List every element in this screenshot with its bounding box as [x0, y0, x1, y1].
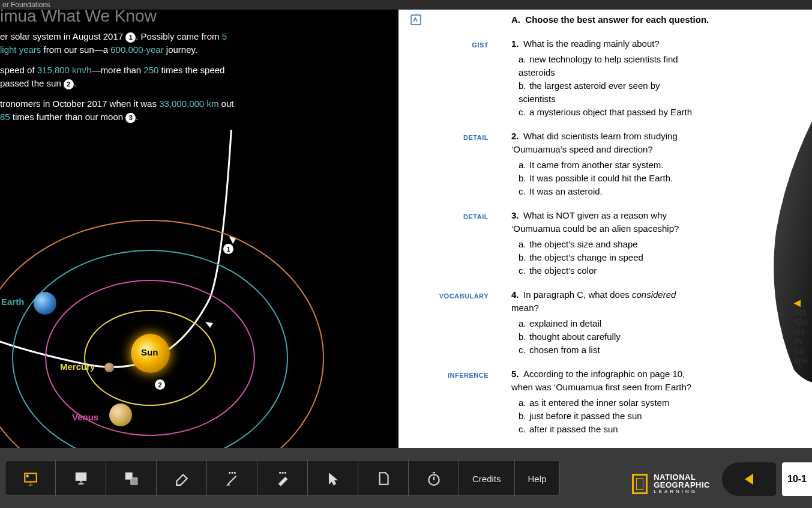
question-text: What is NOT given as a reason why ‘Oumua… — [511, 210, 679, 234]
vocab-word: considered — [632, 289, 676, 300]
window-title: er Foundations — [0, 0, 812, 10]
question-number: 3. — [511, 209, 523, 222]
solar-system-diagram: Sun Mercury Venus Earth 1 2 — [0, 130, 398, 448]
option-c[interactable]: c.the object’s color — [519, 264, 693, 277]
natgeo-frame-icon — [632, 474, 648, 494]
marker-1-icon: 1 — [125, 32, 136, 43]
prev-page-button[interactable] — [722, 462, 776, 496]
venus-label: Venus — [72, 412, 98, 422]
pen-tool-button[interactable] — [207, 461, 257, 497]
pointer-tool-button[interactable] — [308, 461, 358, 497]
question-number: 1. — [511, 37, 523, 50]
option-b[interactable]: b.thought about carefully — [519, 330, 693, 343]
option-a[interactable]: a.It came from another star system. — [519, 159, 693, 172]
option-c[interactable]: c.It was an asteroid. — [519, 185, 693, 198]
question-tag: DETAIL — [435, 210, 489, 223]
highlight: 315,800 km/h — [37, 65, 92, 75]
page-tool-button[interactable] — [358, 461, 409, 497]
caption-line: spa — [794, 355, 808, 365]
highlight: 33,000,000 km — [159, 98, 218, 109]
text: journey. — [164, 44, 197, 55]
option-c[interactable]: c.chosen from a list — [519, 343, 693, 357]
marker-2-icon: 2 — [64, 79, 74, 89]
screen-tool-button[interactable] — [56, 461, 106, 497]
play-left-icon — [741, 471, 757, 488]
section-a-heading: A. Choose the best answer for each quest… — [511, 13, 800, 26]
svg-point-8 — [26, 475, 28, 477]
caption-arrow-icon: ◀ — [794, 298, 801, 307]
option-c[interactable]: c.a mysterious object that passed by Ear… — [519, 106, 693, 119]
svg-point-17 — [284, 472, 286, 473]
question-tag: DETAIL — [435, 131, 489, 144]
option-a[interactable]: a.as it entered the inner solar system — [519, 396, 693, 410]
highlighter-tool-button[interactable] — [257, 461, 308, 497]
option-a[interactable]: a.new technology to help scientists find… — [519, 53, 693, 79]
svg-point-16 — [281, 472, 283, 473]
mercury-label: Mercury — [60, 361, 95, 372]
option-b[interactable]: b.the object’s change in speed — [519, 251, 693, 264]
activity-icon — [411, 14, 421, 25]
question-text: In paragraph C, what does — [523, 289, 632, 300]
earth-icon — [34, 292, 56, 315]
right-page: A. Choose the best answer for each quest… — [398, 10, 812, 448]
marker-3-icon: 3 — [125, 113, 136, 123]
text: from our sun—a — [41, 44, 110, 55]
svg-point-14 — [234, 472, 235, 473]
publisher-logo: NATIONAL GEOGRAPHIC LEARNING — [632, 473, 710, 495]
question-text: What did scientists learn from studying … — [511, 131, 678, 154]
highlight: 85 — [0, 112, 10, 122]
eraser-tool-button[interactable] — [157, 461, 207, 497]
svg-rect-11 — [130, 478, 137, 485]
caption-line: spi — [794, 327, 805, 336]
option-a[interactable]: a.the object’s size and shape — [519, 238, 693, 251]
fact-2: speed of 315,800 km/h—more than 250 time… — [0, 64, 240, 90]
tool-group: Credits Help — [5, 460, 560, 496]
section-instruction: Choose the best answer for each question… — [525, 14, 709, 25]
fact-1: er solar system in August 2017 1. Possib… — [0, 30, 240, 56]
timer-tool-button[interactable] — [409, 461, 459, 497]
page-number-display[interactable]: 10-1 — [782, 462, 812, 496]
question-text: According to the infographic on page 10,… — [511, 369, 691, 392]
path-marker-2-icon: 2 — [155, 379, 165, 390]
svg-rect-9 — [76, 473, 86, 480]
brand-line-2: GEOGRAPHIC — [654, 481, 710, 489]
caption-fragment: ◀ Sci ‘Ou spi ov tra spa — [794, 298, 812, 365]
caption-line: ‘Ou — [794, 317, 807, 327]
section-letter: A. — [511, 14, 520, 25]
option-b[interactable]: b.just before it passed the sun — [519, 410, 693, 423]
text: er solar system in August 2017 — [0, 31, 125, 41]
text: . — [136, 112, 138, 122]
left-page: imua What We Know er solar system in Aug… — [0, 10, 398, 448]
text: out — [218, 98, 233, 109]
svg-point-15 — [279, 472, 280, 473]
question-number: 2. — [511, 130, 523, 143]
option-b[interactable]: b.the largest asteroid ever seen by scie… — [519, 79, 693, 106]
shapes-tool-button[interactable] — [106, 461, 157, 497]
question-number: 4. — [511, 288, 523, 301]
question-number: 5. — [511, 367, 523, 381]
text: —more than — [92, 65, 144, 75]
brand-line-3: LEARNING — [654, 489, 710, 495]
text: . — [74, 78, 76, 88]
question-text: mean? — [511, 303, 539, 313]
caption-line: ov — [794, 336, 803, 346]
option-a[interactable]: a.explained in detail — [519, 317, 693, 330]
question-tag: INFERENCE — [435, 369, 489, 382]
presentation-tool-button[interactable] — [5, 461, 56, 497]
earth-label: Earth — [1, 297, 24, 307]
svg-rect-7 — [25, 473, 37, 482]
mercury-icon — [104, 363, 114, 372]
highlight: 250 — [143, 65, 158, 75]
option-b[interactable]: b.It was possible it could hit the Earth… — [519, 172, 693, 185]
credits-button[interactable]: Credits — [459, 461, 515, 497]
text: . Possibly came from — [136, 31, 221, 41]
fact-3: tronomers in October 2017 when it was 33… — [0, 97, 240, 124]
question-tag: VOCABULARY — [435, 289, 489, 303]
bottom-toolbar: Credits Help NATIONAL GEOGRAPHIC LEARNIN… — [0, 448, 812, 508]
help-button[interactable]: Help — [515, 461, 560, 497]
option-c[interactable]: c.after it passed the sun — [519, 423, 693, 436]
text: speed of — [0, 65, 37, 75]
svg-point-12 — [229, 472, 230, 473]
text: tronomers in October 2017 when it was — [0, 98, 159, 109]
left-page-title: imua What We Know — [0, 10, 386, 23]
